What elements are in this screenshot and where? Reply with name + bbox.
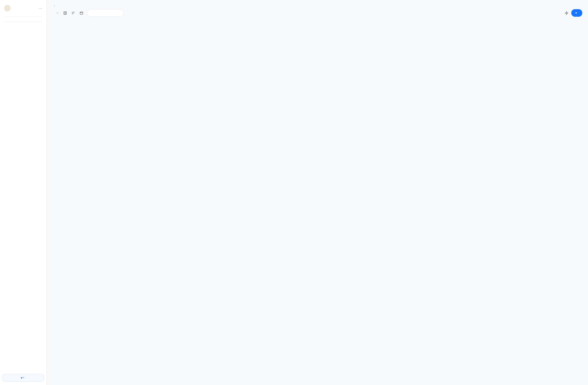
search-input[interactable]	[87, 9, 124, 17]
calendar-view-icon[interactable]	[79, 10, 84, 16]
search-box[interactable]	[87, 9, 124, 17]
new-task-button[interactable]: ＋	[571, 9, 582, 17]
main-area: › ⋯ ＋	[46, 0, 588, 385]
sidebar: ⋯ ✦⁺	[0, 0, 46, 385]
title-more-icon[interactable]: ⋯	[55, 11, 60, 16]
nav-divider	[4, 16, 42, 17]
profile-avatar	[4, 5, 11, 11]
automation-icon[interactable]	[565, 11, 568, 15]
breadcrumb[interactable]: ›	[52, 4, 582, 7]
plus-icon: ＋	[574, 11, 578, 15]
upgrade-button[interactable]: ✦⁺	[2, 374, 44, 382]
profile-more-icon[interactable]: ⋯	[39, 6, 42, 10]
board-view-icon[interactable]	[63, 10, 68, 16]
page-header: ⋯ ＋	[52, 9, 582, 17]
profile-block[interactable]: ⋯	[2, 3, 45, 13]
chevron-right-icon: ›	[54, 4, 55, 7]
nav-divider	[4, 21, 42, 22]
svg-marker-10	[565, 11, 568, 15]
svg-rect-0	[64, 12, 66, 15]
list-view-icon[interactable]	[71, 11, 76, 15]
svg-rect-6	[80, 12, 83, 14]
sparkle-icon: ✦⁺	[21, 376, 24, 380]
